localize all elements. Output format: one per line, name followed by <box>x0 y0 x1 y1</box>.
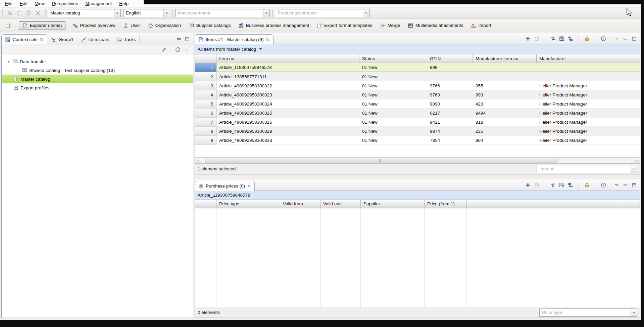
catalog-select[interactable]: Master catalog <box>48 9 121 17</box>
tree-item-data-transfer[interactable]: Data transfer <box>2 57 193 66</box>
table-row[interactable]: 3Article_49099295830032201 New9766055Hei… <box>195 81 640 90</box>
table-row[interactable]: 2Article_138558777131101 New <box>195 72 640 81</box>
close-icon[interactable] <box>266 38 270 42</box>
save-button[interactable] <box>533 182 540 189</box>
sync-button[interactable] <box>550 35 556 42</box>
scroll-left-button[interactable] <box>195 158 201 163</box>
hierarchy-button[interactable] <box>567 182 574 189</box>
table-row[interactable]: 9Article_49099295830033301 New7854864Hei… <box>195 136 640 145</box>
cut-button[interactable] <box>5 9 14 17</box>
minimize-button[interactable] <box>176 36 182 42</box>
items-search-arrow[interactable] <box>631 165 637 173</box>
organization-button[interactable]: Organization <box>147 22 182 30</box>
merge-button[interactable]: Merge <box>379 22 401 30</box>
items-hscrollbar[interactable] <box>195 157 640 163</box>
tree-item-export-profiles[interactable]: Export profiles <box>2 83 193 92</box>
tab-context-sele[interactable]: Context sele <box>1 34 47 44</box>
tab-tasks[interactable]: Tasks <box>113 34 140 44</box>
help-button[interactable]: ? <box>600 182 607 189</box>
multimedia-attachments-button[interactable]: Multimedia attachments <box>407 22 464 30</box>
language-select-arrow[interactable] <box>163 9 170 17</box>
menu-file[interactable]: File <box>1 0 16 7</box>
chevron-down-button[interactable] <box>613 182 620 189</box>
product-assortment-select[interactable]: Product assortment <box>275 9 369 17</box>
column-header-manufacturer-item-no-[interactable]: Manufacturer item no. <box>473 54 537 63</box>
business-process-management-button[interactable]: Business process management <box>238 22 310 30</box>
lock-button[interactable] <box>584 182 590 189</box>
sync-button[interactable] <box>550 182 556 189</box>
menu-edit[interactable]: Edit <box>16 0 31 7</box>
tab-item-searc[interactable]: Item searc <box>77 34 113 44</box>
close-icon[interactable] <box>247 184 251 188</box>
column-gridline <box>216 208 216 307</box>
toolbar-grip[interactable] <box>45 10 46 16</box>
column-header-item-no-[interactable]: Item no. <box>216 54 359 63</box>
column-header-supplier[interactable]: Supplier <box>361 200 425 208</box>
tab-group1[interactable]: Group1 <box>47 34 77 44</box>
import-button[interactable]: Import <box>470 22 492 30</box>
table-row[interactable]: 6Article_49099295830032501 New02179494He… <box>195 109 640 118</box>
help-button[interactable]: ? <box>175 46 181 53</box>
hierarchy-button[interactable] <box>567 35 574 42</box>
toolbar-grip[interactable] <box>272 10 273 16</box>
process-overview-button[interactable]: Process overview <box>72 22 116 30</box>
scroll-right-button[interactable] <box>634 158 640 163</box>
items-filter[interactable]: All items from master catalog <box>195 44 640 54</box>
details-button[interactable] <box>558 35 565 42</box>
items-search-input[interactable] <box>537 165 631 173</box>
item-assortment-arrow[interactable] <box>263 9 269 17</box>
export-format-templates-button[interactable]: Export format templates <box>316 22 373 30</box>
table-row[interactable]: 5Article_49099295830032401 New9890423Hei… <box>195 99 640 109</box>
paste-button[interactable] <box>24 9 33 17</box>
details-button[interactable] <box>558 182 565 189</box>
prices-search-arrow[interactable] <box>631 309 637 316</box>
column-header-valid-until[interactable]: Valid until <box>320 200 361 208</box>
table-row[interactable]: 8Article_49099295830032801 New9874235Hei… <box>195 127 640 136</box>
chevron-down-button[interactable] <box>613 35 620 42</box>
scrollbar-thumb[interactable] <box>205 158 557 163</box>
maximize-button[interactable] <box>184 36 191 42</box>
column-header-gtin[interactable]: GTIN <box>427 54 473 63</box>
minimize-button[interactable] <box>622 35 629 42</box>
column-header-manufacturer[interactable]: Manufacturer <box>537 54 640 63</box>
menu-help[interactable]: Help <box>115 0 132 7</box>
product-assortment-arrow[interactable] <box>363 9 369 17</box>
prices-search-input[interactable] <box>540 309 631 316</box>
tree-item-shweta-catalog-test-supplier-c[interactable]: Shweta catalog - Test supplier catalog (… <box>2 66 193 75</box>
caret-expanded-icon[interactable] <box>6 59 10 64</box>
language-select[interactable]: English <box>123 9 170 17</box>
explorer-items--button[interactable]: Explorer (items) <box>19 21 65 30</box>
minimize-button[interactable] <box>622 182 629 189</box>
help-button[interactable]: ? <box>600 35 607 42</box>
view-menu-button[interactable] <box>184 46 190 53</box>
item-search-button[interactable] <box>161 46 167 53</box>
menu-perspectives[interactable]: Perspectives <box>48 0 82 7</box>
table-row[interactable]: 7Article_49099295830032601 New9421818Hei… <box>195 118 640 127</box>
open-perspective-button[interactable] <box>4 21 13 30</box>
lock-button[interactable] <box>584 35 590 42</box>
column-header-price-type[interactable]: Price type <box>216 200 280 208</box>
menu-management[interactable]: Management <box>82 0 115 7</box>
table-row[interactable]: 1Article_11930075984657801 New899 <box>195 63 640 72</box>
copy-button[interactable] <box>15 9 23 17</box>
add-button[interactable] <box>525 35 531 42</box>
catalog-select-arrow[interactable] <box>114 9 120 17</box>
tab-purchase-prices[interactable]: $ Purchase prices (0) <box>195 181 255 191</box>
save-button[interactable] <box>533 35 540 42</box>
maximize-button[interactable] <box>631 35 638 42</box>
toolbar-grip[interactable] <box>172 10 173 16</box>
delete-button[interactable] <box>34 9 42 17</box>
supplier-catalogs-button[interactable]: Supplier catalogs <box>188 22 232 30</box>
menu-view[interactable]: View <box>31 0 48 7</box>
tree-item-master-catalog[interactable]: Master catalog <box>2 75 193 83</box>
table-row[interactable]: 4Article_49099295830032301 New9763993Hei… <box>195 90 640 99</box>
user-button[interactable]: User <box>122 22 141 30</box>
column-header-valid-from[interactable]: Valid from <box>280 200 320 208</box>
tab-items[interactable]: Items #1 - Master catalog (9) <box>195 34 274 44</box>
column-header-price-from-1-[interactable]: Price (from 1) <box>425 200 467 208</box>
toolbar-grip[interactable] <box>2 10 3 16</box>
column-header-status[interactable]: Status <box>359 54 427 63</box>
item-assortment-select[interactable]: Item assortment <box>175 9 270 17</box>
maximize-button[interactable] <box>631 182 638 189</box>
add-button[interactable] <box>525 182 531 189</box>
